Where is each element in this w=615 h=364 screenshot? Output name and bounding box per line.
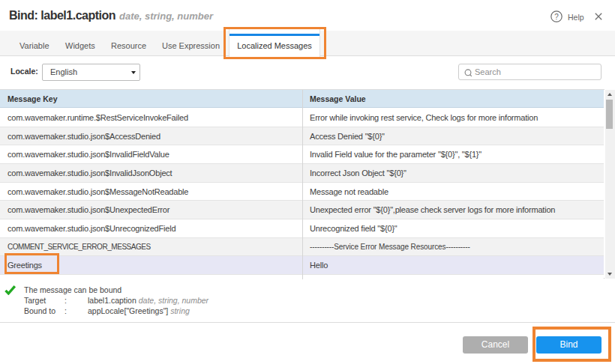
svg-text:?: ? [554,13,559,21]
